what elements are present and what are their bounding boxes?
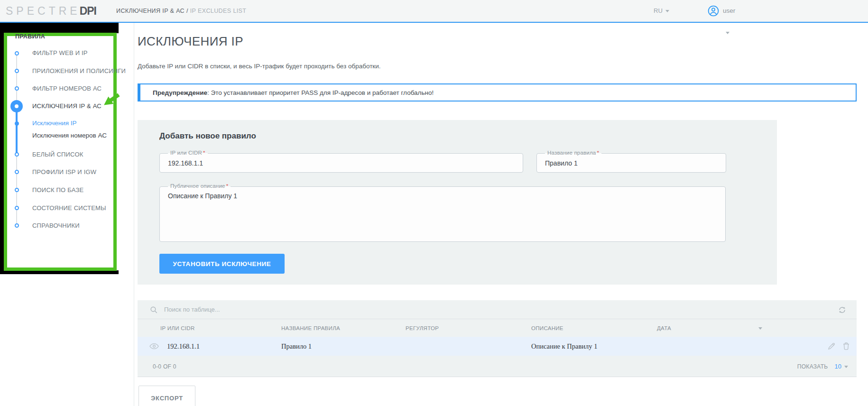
breadcrumb: ИСКЛЮЧЕНИЯ IP & АС / IP EXCLUDES LIST <box>116 0 246 22</box>
page-size-label: ПОКАЗАТЬ <box>797 363 828 370</box>
row-ip-value: 192.168.1.1 <box>167 342 200 351</box>
nav-node-icon <box>15 170 19 174</box>
table-header-row: IP ИЛИ CIDR НАЗВАНИЕ ПРАВИЛА РЕГУЛЯТОР О… <box>138 319 857 337</box>
nav-node-icon <box>15 152 19 157</box>
user-name: user <box>723 0 735 44</box>
user-avatar-icon <box>708 5 719 17</box>
language-selector[interactable]: RU <box>654 0 669 22</box>
sidebar-item-whitelist[interactable]: БЕЛЫЙ СПИСОК <box>32 151 83 158</box>
row-rule-name-value: Правило 1 <box>281 342 312 351</box>
sidebar-item-apps-policing[interactable]: ПРИЛОЖЕНИЯ И ПОЛИСИНГИ <box>32 67 126 75</box>
breadcrumb-current: ИСКЛЮЧЕНИЯ IP & АС / <box>116 8 190 14</box>
column-header-date: ДАТА <box>657 325 671 331</box>
annotation-black-underline <box>0 270 119 274</box>
breadcrumb-secondary: IP EXCLUDES LIST <box>190 8 247 14</box>
column-header-rule-name: НАЗВАНИЕ ПРАВИЛА <box>281 325 340 331</box>
chevron-down-icon <box>844 366 848 368</box>
page-description: Добавьте IP или CIDR в списки, и весь IP… <box>138 63 381 70</box>
column-header-regulator: РЕГУЛЯТОР <box>406 325 439 331</box>
sidebar-item-as-filter[interactable]: ФИЛЬТР НОМЕРОВ АС <box>32 85 102 92</box>
sidebar-item-web-ip-filter[interactable]: ФИЛЬТР WEB И IP <box>32 49 88 57</box>
column-options-caret-icon[interactable] <box>758 327 762 330</box>
rule-name-field[interactable]: Название правила* <box>536 153 726 173</box>
table-search-bar <box>138 300 857 319</box>
nav-node-icon <box>15 206 19 210</box>
nav-node-icon <box>15 69 19 73</box>
set-exclusion-button[interactable]: УСТАНОВИТЬ ИСКЛЮЧЕНИЕ <box>159 254 285 274</box>
page-title: ИСКЛЮЧЕНИЯ IP <box>138 34 243 49</box>
add-rule-panel: Добавть новое правило IP или CIDR* Назва… <box>138 120 777 285</box>
nav-node-icon <box>15 86 19 91</box>
row-description-value: Описание к Правилу 1 <box>531 342 597 351</box>
nav-node-icon <box>15 51 19 55</box>
sidebar-subitem-as-excludes[interactable]: Исключения номеров АС <box>32 132 107 139</box>
warning-label: Предупреждение <box>153 89 207 96</box>
nav-node-icon <box>15 223 19 228</box>
nav-node-icon <box>15 188 19 192</box>
logo-text-accent: DPI <box>80 5 96 17</box>
sidebar-timeline-active <box>16 106 18 155</box>
app-logo[interactable]: SPECTREDPI <box>6 0 96 22</box>
public-description-input[interactable] <box>168 192 717 236</box>
sidebar-item-isp-igw-profiles[interactable]: ПРОФИЛИ ISP И IGW <box>32 168 96 176</box>
annotation-black-strip <box>0 23 4 274</box>
annotation-black-band <box>0 23 119 33</box>
ip-cidr-input[interactable] <box>168 154 515 172</box>
delete-trash-icon[interactable] <box>843 342 850 350</box>
public-description-label: Публичное описание* <box>168 183 231 189</box>
add-rule-title: Добавть новое правило <box>159 131 256 141</box>
exclusions-table: IP ИЛИ CIDR НАЗВАНИЕ ПРАВИЛА РЕГУЛЯТОР О… <box>138 300 857 377</box>
public-description-field[interactable]: Публичное описание* <box>159 186 726 242</box>
edit-pencil-icon[interactable] <box>828 342 835 350</box>
export-button[interactable]: ЭКСПОРТ <box>139 386 195 406</box>
column-header-ip: IP ИЛИ CIDR <box>160 325 195 331</box>
sidebar-subitem-ip-excludes[interactable]: Исключения IP <box>32 120 77 127</box>
page-size-selector[interactable]: 10 <box>835 363 848 370</box>
chevron-down-icon <box>726 32 729 34</box>
column-header-description: ОПИСАНИЕ <box>531 325 563 331</box>
warning-text: : Это устанавливает приоритет PASS для I… <box>207 89 434 96</box>
table-footer: 0-0 OF 0 ПОКАЗАТЬ 10 <box>138 356 857 377</box>
eye-icon[interactable] <box>149 343 159 350</box>
ip-cidr-field[interactable]: IP или CIDR* <box>159 153 523 173</box>
sidebar-section-title: ПРАВИЛА <box>15 33 45 40</box>
search-icon <box>150 306 158 314</box>
table-search-input[interactable] <box>164 300 771 319</box>
sidebar-item-db-search[interactable]: ПОИСК ПО БАЗЕ <box>32 186 83 194</box>
sidebar-item-system-status[interactable]: СОСТОЯНИЕ СИСТЕМЫ <box>32 204 106 212</box>
chevron-down-icon <box>665 10 669 12</box>
sidebar <box>0 23 134 406</box>
pagination-range: 0-0 OF 0 <box>153 363 176 370</box>
nav-node-active-icon <box>10 100 23 112</box>
logo-text-primary: SPECTRE <box>6 5 81 17</box>
nav-subnode-icon <box>15 121 19 126</box>
rule-name-input[interactable] <box>545 154 718 172</box>
sidebar-item-ip-as-excludes[interactable]: ИСКЛЮЧЕНИЯ IP & АС <box>32 102 102 110</box>
language-label: RU <box>654 7 663 14</box>
warning-banner: Предупреждение: Это устанавливает приори… <box>138 83 857 102</box>
refresh-icon[interactable] <box>838 306 846 314</box>
sidebar-item-references[interactable]: СПРАВОЧНИКИ <box>32 222 80 230</box>
table-row[interactable]: 192.168.1.1 Правило 1 Описание к Правилу… <box>138 337 857 356</box>
top-header: SPECTREDPI ИСКЛЮЧЕНИЯ IP & АС / IP EXCLU… <box>0 0 868 23</box>
